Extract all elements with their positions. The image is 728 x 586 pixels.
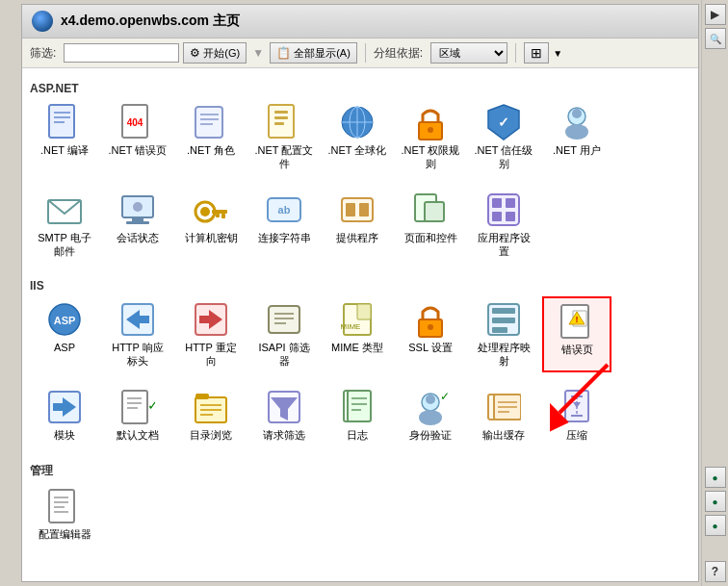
aspnet-row2-grid: SMTP 电子邮件 会话状态 bbox=[30, 187, 690, 263]
svg-text:ab: ab bbox=[278, 204, 291, 216]
sidebar-btn-help[interactable]: ? bbox=[705, 561, 726, 582]
start-button[interactable]: ⚙ 开始(G) bbox=[183, 42, 247, 64]
svg-point-91 bbox=[419, 410, 442, 425]
net-role-icon-box bbox=[192, 103, 230, 141]
svg-rect-45 bbox=[492, 212, 502, 221]
machine-key-item[interactable]: 计算机密钥 bbox=[176, 187, 246, 263]
error-page-icon: ! bbox=[559, 303, 594, 340]
filter-input[interactable] bbox=[64, 43, 179, 63]
error-page-item[interactable]: ! 错误页 bbox=[542, 296, 611, 372]
output-cache-icon bbox=[486, 389, 521, 425]
view-dropdown-icon: ▼ bbox=[553, 48, 562, 59]
http-response-label: HTTP 响应标头 bbox=[107, 341, 169, 369]
net-user-item[interactable]: .NET 用户 bbox=[542, 99, 611, 175]
handler-icon bbox=[486, 302, 521, 337]
session-item[interactable]: 会话状态 bbox=[103, 187, 172, 263]
provider-item[interactable]: 提供程序 bbox=[323, 187, 392, 263]
asp-icon: ASP bbox=[47, 302, 82, 337]
handler-item[interactable]: 处理程序映射 bbox=[469, 296, 538, 372]
smtp-icon bbox=[47, 192, 82, 227]
output-cache-icon-box bbox=[484, 388, 523, 426]
svg-text:✓: ✓ bbox=[440, 390, 448, 403]
separator1: ▼ bbox=[252, 46, 264, 60]
net-error-icon: 404 bbox=[120, 103, 155, 141]
app-settings-icon bbox=[486, 192, 521, 227]
show-all-button[interactable]: 📋 全部显示(A) bbox=[270, 42, 357, 64]
isapi-icon bbox=[267, 302, 301, 337]
auth-label: 身份验证 bbox=[409, 428, 452, 442]
svg-rect-11 bbox=[274, 111, 288, 114]
asp-item[interactable]: ASP ASP bbox=[30, 296, 99, 372]
config-editor-item[interactable]: 配置编辑器 bbox=[30, 483, 99, 545]
smtp-icon-box bbox=[45, 191, 84, 229]
net-config-item[interactable]: .NET 配置文件 bbox=[249, 99, 319, 175]
net-error-item[interactable]: 404 .NET 错误页 bbox=[103, 99, 172, 175]
ssl-icon-box bbox=[411, 300, 450, 339]
log-item[interactable]: 日志 bbox=[323, 384, 392, 446]
svg-rect-43 bbox=[492, 198, 502, 208]
isapi-item[interactable]: ISAPI 筛选器 bbox=[249, 296, 319, 372]
sidebar-btn-5[interactable]: ● bbox=[705, 515, 726, 536]
right-sidebar: ▶ 🔍 ● ● ● ? bbox=[701, 0, 728, 586]
default-doc-icon-box: ✓ bbox=[118, 388, 157, 426]
net-auth-icon-box bbox=[411, 103, 450, 141]
req-filter-icon bbox=[267, 390, 301, 424]
dir-browse-icon-box bbox=[192, 388, 230, 426]
module-item[interactable]: 模块 bbox=[30, 384, 99, 446]
net-trust-label: .NET 信任级别 bbox=[473, 143, 534, 171]
smtp-item[interactable]: SMTP 电子邮件 bbox=[30, 187, 99, 263]
net-trust-icon: ✓ bbox=[486, 103, 521, 141]
manage-section-header: 管理 bbox=[30, 457, 690, 483]
main-panel: x4.demo.openwbs.com 主页 筛选: ⚙ 开始(G) ▼ 📋 全… bbox=[21, 4, 699, 582]
http-response-icon-box bbox=[118, 300, 157, 339]
page-control-item[interactable]: 页面和控件 bbox=[396, 187, 465, 263]
log-icon-box bbox=[338, 388, 377, 426]
svg-point-23 bbox=[572, 109, 582, 118]
default-doc-item[interactable]: ✓ 默认文档 bbox=[103, 384, 172, 446]
net-trust-item[interactable]: ✓ .NET 信任级别 bbox=[469, 99, 538, 175]
mime-icon: MIME bbox=[340, 302, 375, 337]
filter-label: 筛选: bbox=[30, 45, 56, 62]
sidebar-btn-4[interactable]: ● bbox=[705, 491, 726, 512]
net-compile-item[interactable]: .NET 编译 bbox=[30, 99, 99, 175]
title-bar: x4.demo.openwbs.com 主页 bbox=[22, 5, 698, 38]
svg-rect-46 bbox=[506, 212, 515, 221]
content-area: ASP.NET .NET 编译 bbox=[22, 68, 698, 581]
svg-text:404: 404 bbox=[127, 117, 143, 128]
req-filter-label: 请求筛选 bbox=[263, 428, 305, 442]
connect-str-item[interactable]: ab 连接字符串 bbox=[249, 187, 319, 263]
http-response-item[interactable]: HTTP 响应标头 bbox=[103, 296, 172, 372]
sidebar-btn-2[interactable]: 🔍 bbox=[705, 28, 726, 49]
svg-point-24 bbox=[565, 124, 588, 140]
show-all-label: 全部显示(A) bbox=[294, 46, 351, 61]
sidebar-btn-3[interactable]: ● bbox=[705, 467, 726, 488]
net-auth-label: .NET 权限规则 bbox=[400, 143, 461, 171]
compress-label: 压缩 bbox=[566, 428, 587, 442]
toolbar: 筛选: ⚙ 开始(G) ▼ 📋 全部显示(A) 分组依据: 区域 ⊞ ▼ bbox=[22, 38, 698, 68]
net-role-item[interactable]: .NET 角色 bbox=[176, 99, 246, 175]
mime-item[interactable]: MIME MIME 类型 bbox=[323, 296, 392, 372]
module-label: 模块 bbox=[54, 428, 75, 442]
net-auth-item[interactable]: .NET 权限规则 bbox=[396, 99, 465, 175]
app-settings-item[interactable]: 应用程序设置 bbox=[469, 187, 538, 263]
http-redirect-item[interactable]: HTTP 重定向 bbox=[176, 296, 246, 372]
sidebar-btn-1[interactable]: ▶ bbox=[705, 4, 726, 25]
view-toggle-button[interactable]: ⊞ bbox=[524, 42, 549, 64]
connect-str-label: 连接字符串 bbox=[258, 231, 311, 244]
ssl-item[interactable]: SSL 设置 bbox=[396, 296, 465, 372]
net-global-item[interactable]: .NET 全球化 bbox=[323, 99, 392, 175]
net-global-icon bbox=[340, 105, 375, 140]
req-filter-item[interactable]: 请求筛选 bbox=[249, 384, 319, 446]
output-cache-item[interactable]: 输出缓存 bbox=[469, 384, 538, 446]
svg-point-90 bbox=[426, 395, 435, 404]
net-user-label: .NET 用户 bbox=[553, 143, 601, 157]
group-by-select[interactable]: 区域 bbox=[430, 42, 507, 64]
net-compile-icon bbox=[47, 103, 82, 141]
req-filter-icon-box bbox=[265, 388, 303, 426]
net-compile-label: .NET 编译 bbox=[40, 143, 89, 157]
auth-item[interactable]: ✓ 身份验证 bbox=[396, 384, 465, 446]
compress-item[interactable]: 压缩 bbox=[542, 384, 611, 446]
dir-browse-item[interactable]: 目录浏览 bbox=[176, 384, 246, 446]
asp-label: ASP bbox=[54, 341, 75, 354]
svg-rect-34 bbox=[216, 214, 220, 217]
